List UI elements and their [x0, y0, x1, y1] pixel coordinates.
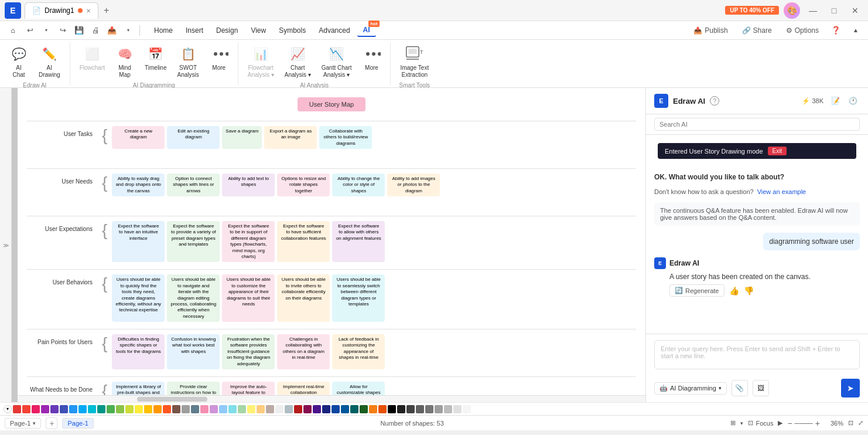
zoom-out-button[interactable]: − [787, 419, 792, 428]
palette-color-03a9f4[interactable] [78, 405, 87, 413]
palette-color-1b5e20[interactable] [360, 405, 368, 413]
palette-color-b0bec5[interactable] [285, 405, 293, 413]
palette-color-eeeeee[interactable] [275, 405, 283, 413]
menu-symbols[interactable]: Symbols [273, 25, 312, 36]
menu-design[interactable]: Design [210, 25, 244, 36]
color-palette-toggle[interactable]: ▾ [4, 405, 12, 413]
zoom-slider[interactable]: ──── [795, 420, 813, 427]
export-button[interactable]: 📤 [104, 23, 119, 38]
beh-card-1[interactable]: Users should be able to quickly find the… [112, 274, 165, 322]
pain-card-3[interactable]: Frustration when the software provides i… [222, 334, 275, 369]
focus-button[interactable]: ⊡ Focus [748, 419, 773, 427]
exp-card-5[interactable]: Expect the software to allow with others… [332, 221, 385, 262]
palette-color-9e9e9e[interactable] [435, 405, 443, 413]
menu-ai[interactable]: AI hot [357, 24, 376, 37]
palette-color-f48fb1[interactable] [200, 405, 209, 413]
palette-color-607d8b[interactable] [191, 405, 199, 413]
left-panel-toggle[interactable]: ≫ [0, 88, 12, 402]
help-button[interactable]: ❓ [828, 23, 843, 38]
palette-color-8bc34a[interactable] [116, 405, 124, 413]
palette-color-212121[interactable] [397, 405, 405, 413]
palette-color-ff9800[interactable] [153, 405, 162, 413]
palette-color-bcaaa4[interactable] [266, 405, 274, 413]
page-1-dropdown[interactable]: ▾ [33, 420, 36, 426]
palette-color-ffeb3b[interactable] [135, 405, 143, 413]
chat-send-button[interactable]: ➤ [841, 379, 860, 397]
minimize-button[interactable]: — [805, 2, 821, 19]
palette-color-00bcd4[interactable] [88, 405, 96, 413]
task-card-4[interactable]: Export a diagram as an image [264, 126, 317, 149]
new-tab-button[interactable]: + [100, 4, 114, 18]
palette-color-3f51b5[interactable] [60, 405, 68, 413]
need-card-6[interactable]: Ability to add images or photos to the d… [387, 174, 440, 196]
chat-history-button[interactable]: 🕐 [846, 94, 860, 108]
palette-color-880e4f[interactable] [303, 405, 312, 413]
palette-color-fff176[interactable] [247, 405, 255, 413]
canvas-scrollbar-h[interactable] [18, 395, 645, 402]
more-analysis-button[interactable]: More [357, 42, 385, 74]
canvas-content[interactable]: User Story Map User Tasks { Create a new… [18, 88, 645, 395]
promo-badge[interactable]: UP TO 40% OFF [725, 6, 779, 15]
thumbs-up-button[interactable]: 👍 [729, 286, 739, 295]
palette-color-ff5722[interactable] [163, 405, 171, 413]
palette-color-e91e63[interactable] [32, 405, 40, 413]
beh-card-3[interactable]: Users should be able to customize the ap… [222, 274, 275, 322]
menu-view[interactable]: View [245, 25, 272, 36]
save-button[interactable]: 💾 [71, 23, 87, 38]
palette-color-006064[interactable] [350, 405, 358, 413]
pain-card-5[interactable]: Lack of feedback in customizing the appe… [332, 334, 385, 369]
pain-card-1[interactable]: Difficulties in finding specific shapes … [112, 334, 165, 369]
palette-color-424242[interactable] [406, 405, 415, 413]
what-card-2[interactable]: Provide clear instructions on how to add… [167, 382, 220, 395]
palette-color-bdbdbd[interactable] [444, 405, 452, 413]
gantt-analysis-button[interactable]: 📉 Gantt ChartAnalysis ▾ [317, 42, 357, 81]
palette-color-e53935[interactable] [13, 405, 21, 413]
more-diagram-button[interactable]: More [205, 42, 233, 74]
image-text-button[interactable]: T Image TextExtraction [395, 42, 433, 81]
ribbon-collapse-button[interactable]: ▲ [848, 23, 863, 38]
palette-color-e0e0e0[interactable] [453, 405, 462, 413]
pain-card-2[interactable]: Confusion in knowing what tool works bes… [167, 334, 220, 369]
exp-card-4[interactable]: Expect the software to have sufficient c… [277, 221, 330, 262]
page-tab-1[interactable]: Page-1 ▾ [5, 418, 41, 429]
palette-color-4a148c[interactable] [313, 405, 321, 413]
palette-color-a5d6a7[interactable] [238, 405, 246, 413]
exit-mode-button[interactable]: Exit [768, 147, 787, 155]
ai-mode-selector[interactable]: 🤖 AI Diagramming ▾ [654, 382, 727, 395]
chart-analysis-button[interactable]: 📈 ChartAnalysis ▾ [280, 42, 316, 81]
ai-chat-button[interactable]: 💬 AIChat [5, 42, 33, 81]
palette-color-0d47a1[interactable] [332, 405, 340, 413]
palette-color-795548[interactable] [172, 405, 180, 413]
need-card-3[interactable]: Ability to add text to shapes [222, 174, 275, 196]
undo-button[interactable]: ↩ [22, 23, 37, 38]
palette-color-4caf50[interactable] [107, 405, 115, 413]
palette-color-f57f17[interactable] [369, 405, 377, 413]
layers-dropdown[interactable]: ▾ [740, 420, 743, 426]
regenerate-button[interactable]: 🔄 Regenerate [669, 284, 725, 297]
task-card-3[interactable]: Save a diagram [222, 126, 262, 149]
layers-icon[interactable]: ⊞ [730, 419, 736, 427]
chat-help-button[interactable]: ? [710, 96, 719, 106]
task-card-1[interactable]: Create a new diagram [112, 126, 165, 149]
play-icon[interactable]: ▶ [778, 419, 782, 427]
need-card-2[interactable]: Option to connect shapes with lines or a… [167, 174, 220, 196]
print-button[interactable]: 🖨 [88, 23, 103, 38]
options-button[interactable]: ⚙ Options [781, 25, 823, 36]
chat-attachment-button[interactable]: 📎 [732, 380, 748, 396]
palette-color-f44336[interactable] [22, 405, 30, 413]
timeline-button[interactable]: 📅 Timeline [140, 42, 171, 74]
maximize-button[interactable]: □ [826, 2, 842, 19]
palette-color-757575[interactable] [425, 405, 433, 413]
home-nav-button[interactable]: ⌂ [5, 22, 21, 39]
menu-insert[interactable]: Insert [180, 25, 209, 36]
palette-color-1a237e[interactable] [322, 405, 330, 413]
pain-card-4[interactable]: Challenges in collaborating with others … [277, 334, 330, 369]
expand-button[interactable]: ⤢ [858, 419, 863, 427]
export-dropdown[interactable]: ▾ [121, 23, 136, 38]
exp-card-3[interactable]: Expect the software to be in support of … [222, 221, 275, 262]
scroll-thumb-h[interactable] [137, 397, 207, 402]
mind-map-button[interactable]: 🧠 MindMap [111, 42, 139, 81]
undo-dropdown[interactable]: ▾ [39, 23, 54, 38]
tab-close-button[interactable]: ✕ [86, 8, 91, 14]
palette-color-ffcc80[interactable] [257, 405, 265, 413]
